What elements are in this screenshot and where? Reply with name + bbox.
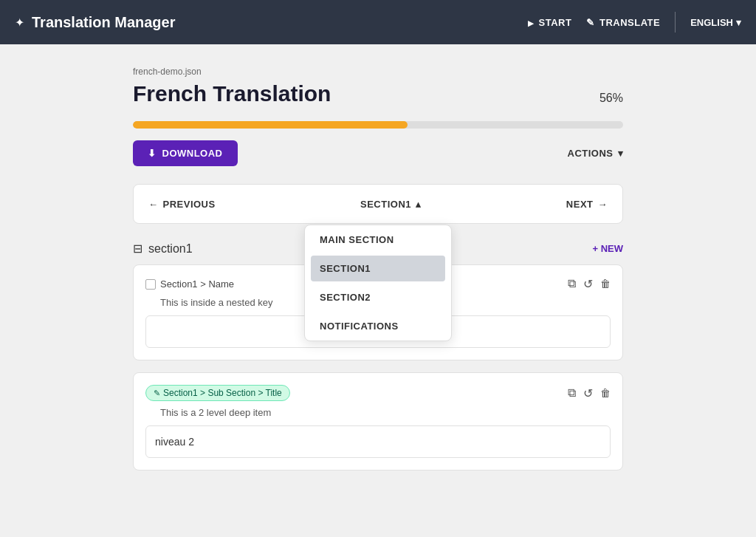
arrow-left-icon [148,199,159,210]
card-2-source-text: This is a 2 level deep item [160,407,611,418]
undo-icon[interactable] [583,386,593,400]
section-dropdown-button[interactable]: SECTION1 [360,199,422,210]
app-logo-icon [15,16,24,30]
actions-button[interactable]: ACTIONS [568,148,624,159]
chevron-down-icon [618,148,624,159]
progress-bar-background [133,121,623,129]
header-divider [675,12,676,33]
section-title: section1 [133,242,193,256]
download-icon [148,148,157,159]
dropdown-item-section1[interactable]: SECTION1 [311,256,445,281]
card-2-header: Section1 > Sub Section > Title [145,385,611,401]
toolbar: DOWNLOAD ACTIONS [133,140,623,166]
card-1-key: Section1 > Name [145,278,234,290]
header-left: Translation Manager [15,14,176,31]
dropdown-item-notifications[interactable]: NOTIFICATIONS [305,312,451,341]
card-2-breadcrumb-badge: Section1 > Sub Section > Title [145,385,290,401]
arrow-right-icon [598,199,608,210]
chevron-down-icon [736,17,741,28]
start-button[interactable]: START [528,17,571,28]
page-title: French Translation [133,81,331,106]
translation-card-2: Section1 > Sub Section > Title This is a… [133,372,623,471]
language-selector[interactable]: ENGLISH [690,17,741,28]
edit-icon [154,388,160,398]
copy-icon[interactable] [568,277,576,291]
card-1-checkbox[interactable] [145,279,156,290]
next-button[interactable]: NEXT [566,199,608,210]
chevron-up-icon [416,199,422,210]
main-content: french-demo.json French Translation 56% … [0,44,756,537]
dropdown-item-section2[interactable]: SECTION2 [305,283,451,312]
trash-icon[interactable] [600,277,611,291]
progress-bar-fill [133,121,408,129]
undo-icon[interactable] [583,277,593,291]
card-1-key-path: Section1 > Name [160,278,234,290]
card-2-actions [568,386,611,400]
card-2-input[interactable] [145,425,611,458]
copy-icon[interactable] [568,386,576,400]
previous-button[interactable]: PREVIOUS [148,199,216,210]
section-nav-bar: PREVIOUS SECTION1 NEXT MAIN SECTION SECT… [133,184,623,224]
trash-icon[interactable] [600,386,611,400]
download-button[interactable]: DOWNLOAD [133,140,238,166]
section-dropdown-menu: MAIN SECTION SECTION1 SECTION2 NOTIFICAT… [304,225,452,341]
progress-percentage: 56% [599,92,623,105]
new-button[interactable]: + NEW [592,243,623,254]
app-title: Translation Manager [32,14,176,31]
card-1-actions [568,277,611,291]
file-label: french-demo.json [133,66,623,77]
title-progress-row: French Translation 56% [133,81,623,115]
card-2-key: Section1 > Sub Section > Title [145,385,290,401]
translate-icon [586,17,595,28]
folder-icon [133,242,142,256]
app-header: Translation Manager START TRANSLATE ENGL… [0,0,756,44]
play-icon [528,17,535,28]
dropdown-item-main-section[interactable]: MAIN SECTION [305,225,451,254]
translate-button[interactable]: TRANSLATE [586,17,660,28]
header-right: START TRANSLATE ENGLISH [528,12,741,33]
